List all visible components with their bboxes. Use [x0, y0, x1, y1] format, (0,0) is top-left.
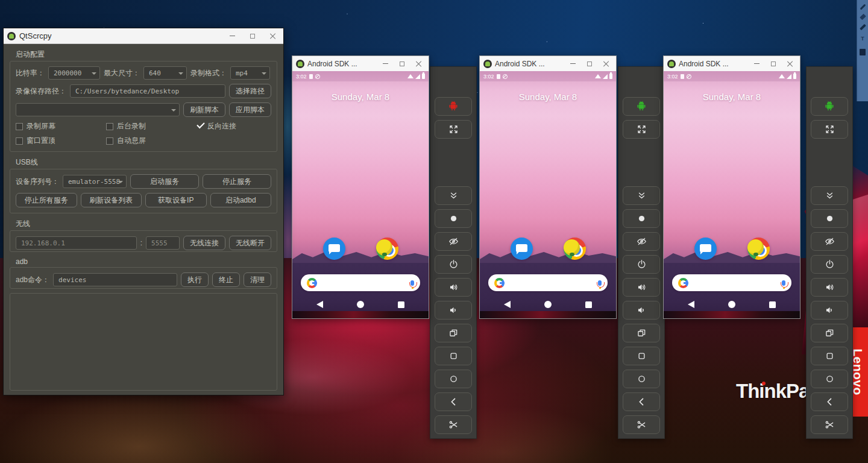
screenshot-button[interactable]	[811, 415, 848, 434]
chrome-app-icon[interactable]	[564, 238, 586, 260]
wireless-ip-input[interactable]: 192.168.0.1	[16, 236, 137, 250]
emulator-3-titlebar[interactable]: Android SDK ...	[664, 56, 800, 71]
screenshot-button[interactable]	[623, 415, 660, 434]
checkbox-window-topmost[interactable]: 窗口置顶	[16, 136, 106, 146]
app-switch-button[interactable]	[435, 324, 472, 342]
bitrate-combo[interactable]: 2000000	[48, 66, 100, 80]
stop-all-services-button[interactable]: 停止所有服务	[16, 193, 77, 207]
pen-icon[interactable]	[860, 4, 866, 10]
chrome-app-icon[interactable]	[376, 238, 398, 260]
nav-home-button[interactable]	[544, 301, 552, 308]
chrome-app-icon[interactable]	[747, 238, 770, 260]
touch-dot-button[interactable]	[811, 209, 848, 228]
chevrons-down-button[interactable]	[811, 186, 848, 205]
nav-recents-button[interactable]	[585, 301, 592, 308]
messages-app-icon[interactable]	[323, 238, 345, 260]
messages-app-icon[interactable]	[694, 238, 717, 260]
nav-back-button[interactable]	[688, 301, 694, 308]
expand-button[interactable]	[435, 120, 472, 139]
menu-square-button[interactable]	[435, 347, 472, 365]
start-service-button[interactable]: 启动服务	[130, 174, 199, 189]
home-circle-button[interactable]	[435, 370, 472, 388]
checkbox-auto-screen-off[interactable]: 自动息屏	[106, 136, 197, 146]
script-combo[interactable]	[16, 103, 180, 116]
checkbox-record-screen[interactable]: 录制屏幕	[16, 121, 106, 131]
mic-icon[interactable]	[410, 280, 414, 286]
maximize-icon[interactable]	[765, 56, 782, 71]
power-button[interactable]	[435, 255, 472, 274]
record-format-combo[interactable]: mp4	[230, 66, 270, 80]
choose-path-button[interactable]: 选择路径	[229, 84, 271, 98]
nav-home-button[interactable]	[728, 301, 735, 308]
close-icon[interactable]	[598, 56, 615, 71]
wireless-connect-button[interactable]: 无线连接	[183, 236, 225, 250]
volume-up-button[interactable]	[623, 278, 660, 297]
back-button[interactable]	[435, 392, 472, 411]
phone-screen-3[interactable]: 3:02 Sunday, Mar 8	[664, 71, 800, 318]
volume-down-button[interactable]	[811, 301, 848, 320]
maximize-icon[interactable]	[242, 28, 263, 43]
phone-screen-2[interactable]: 3:02 Sunday, Mar 8	[480, 71, 616, 318]
record-path-input[interactable]: C:/Users/bytedance/Desktop	[70, 84, 225, 98]
adb-stop-button[interactable]: 终止	[212, 272, 240, 287]
back-button[interactable]	[623, 392, 660, 411]
nav-recents-button[interactable]	[769, 301, 776, 308]
menu-square-button[interactable]	[623, 347, 660, 365]
qtscrcpy-titlebar[interactable]: QtScrcpy	[4, 28, 283, 44]
device-serial-combo[interactable]: emulator-5558	[63, 175, 127, 188]
android-button[interactable]	[435, 97, 472, 116]
google-search-bar[interactable]	[301, 274, 420, 291]
marker-icon[interactable]	[860, 24, 866, 31]
chevrons-down-button[interactable]	[623, 186, 660, 205]
power-button[interactable]	[811, 255, 848, 274]
maximize-icon[interactable]	[394, 56, 410, 71]
nav-back-button[interactable]	[316, 301, 323, 308]
checkbox-background-record[interactable]: 后台录制	[106, 121, 197, 131]
messages-app-icon[interactable]	[511, 238, 533, 260]
back-button[interactable]	[811, 392, 848, 411]
home-circle-button[interactable]	[623, 370, 660, 388]
chevrons-down-button[interactable]	[435, 186, 472, 205]
text-tool-icon[interactable]: T	[861, 36, 864, 42]
google-search-bar[interactable]	[488, 274, 608, 291]
get-device-ip-button[interactable]: 获取设备IP	[145, 193, 207, 207]
touch-dot-button[interactable]	[623, 209, 660, 228]
menu-square-button[interactable]	[811, 347, 848, 365]
minimize-icon[interactable]	[222, 28, 242, 43]
eraser-icon[interactable]	[860, 14, 866, 20]
start-adbd-button[interactable]: 启动adbd	[210, 193, 272, 207]
screen-off-button[interactable]	[811, 232, 848, 251]
adb-run-button[interactable]: 执行	[181, 272, 209, 287]
nav-recents-button[interactable]	[398, 301, 404, 308]
android-button[interactable]	[623, 97, 660, 116]
google-search-bar[interactable]	[672, 274, 791, 291]
emulator-2-titlebar[interactable]: Android SDK ...	[480, 56, 616, 71]
adb-clear-button[interactable]: 清理	[244, 272, 271, 287]
maxsize-combo[interactable]: 640	[143, 66, 187, 80]
minimize-icon[interactable]	[748, 56, 765, 71]
volume-down-button[interactable]	[623, 301, 660, 320]
annotation-toolbar[interactable]: T	[857, 0, 868, 101]
volume-up-button[interactable]	[435, 278, 472, 297]
app-switch-button[interactable]	[623, 324, 660, 342]
minimize-icon[interactable]	[564, 56, 581, 71]
screenshot-button[interactable]	[435, 415, 472, 434]
stop-service-button[interactable]: 停止服务	[203, 174, 271, 189]
wireless-disconnect-button[interactable]: 无线断开	[229, 236, 271, 250]
app-switch-button[interactable]	[811, 324, 848, 342]
mic-icon[interactable]	[598, 280, 602, 286]
close-icon[interactable]	[263, 28, 283, 43]
expand-button[interactable]	[623, 120, 660, 139]
wireless-port-input[interactable]: 5555	[146, 236, 180, 250]
apply-script-button[interactable]: 应用脚本	[229, 102, 271, 117]
adb-command-input[interactable]: devices	[53, 273, 177, 286]
volume-up-button[interactable]	[811, 278, 848, 297]
power-button[interactable]	[623, 255, 660, 274]
minimize-icon[interactable]	[377, 56, 394, 71]
volume-down-button[interactable]	[435, 301, 472, 320]
mic-icon[interactable]	[782, 280, 785, 286]
nav-home-button[interactable]	[357, 301, 364, 308]
close-icon[interactable]	[782, 56, 799, 71]
android-button[interactable]	[811, 97, 848, 116]
maximize-icon[interactable]	[581, 56, 598, 71]
